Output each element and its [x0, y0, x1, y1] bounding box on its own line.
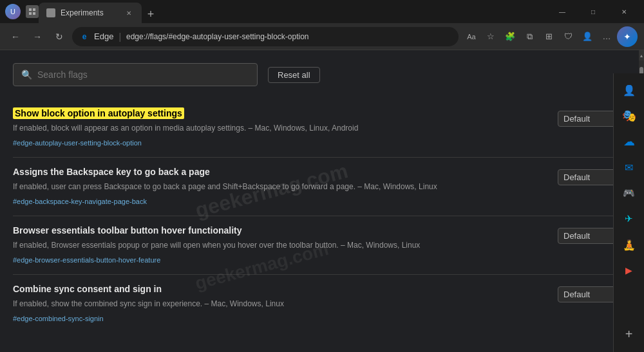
flag-item-browser-essentials: Browser essentials toolbar button hover … — [13, 216, 639, 275]
address-bar[interactable]: e Edge | edge://flags/#edge-autoplay-use… — [72, 27, 459, 46]
search-icon: 🔍 — [21, 69, 32, 80]
flag-title-sync: Combine sync consent and sign in — [13, 284, 547, 294]
browser-essentials-button[interactable]: 🛡 — [559, 28, 577, 46]
address-divider: | — [118, 32, 121, 42]
flag-title-backspace: Assigns the Backspace key to go back a p… — [13, 167, 547, 177]
flag-link-autoplay[interactable]: #edge-autoplay-user-setting-block-option — [13, 139, 142, 147]
flag-desc-sync: If enabled, show the combined sync sign … — [13, 298, 547, 310]
collections-button[interactable]: ⊞ — [540, 28, 558, 46]
maximize-button[interactable]: □ — [578, 1, 608, 22]
window-grid-button[interactable] — [26, 5, 39, 18]
flag-info-browser-essentials: Browser essentials toolbar button hover … — [13, 225, 547, 265]
sidebar-icon-games[interactable]: 🎮 — [618, 181, 641, 205]
search-input[interactable] — [37, 69, 249, 80]
svg-rect-0 — [29, 8, 32, 11]
close-button[interactable]: ✕ — [609, 1, 639, 22]
main-wrapper: 🔍 Reset all Show block option in autopla… — [0, 50, 644, 352]
address-text: edge://flags/#edge-autoplay-user-setting… — [126, 32, 309, 41]
tab-close-button[interactable]: ✕ — [124, 8, 134, 18]
extensions-button[interactable]: 🧩 — [501, 28, 519, 46]
flag-item-sync: Combine sync consent and sign in If enab… — [13, 275, 639, 333]
more-button[interactable]: … — [598, 28, 616, 46]
copilot-button[interactable]: ✦ — [617, 26, 638, 47]
svg-rect-3 — [33, 12, 35, 15]
sidebar-icon-youtube[interactable]: ▶ — [618, 259, 641, 282]
sidebar-add-button[interactable]: + — [618, 322, 641, 346]
flag-desc-backspace: If enabled, user can press Backspace to … — [13, 181, 547, 192]
flags-list: Show block option in autoplay settings I… — [13, 99, 639, 333]
search-box[interactable]: 🔍 — [13, 63, 258, 86]
tab-icon — [46, 8, 55, 17]
tab-bar: Experiments ✕ + — [39, 0, 547, 23]
flag-item-autoplay: Show block option in autoplay settings I… — [13, 99, 639, 158]
nav-bar: ← → ↻ e Edge | edge://flags/#edge-autopl… — [0, 23, 644, 50]
new-tab-button[interactable]: + — [142, 5, 160, 23]
sidebar-icon-person[interactable]: 👤 — [618, 79, 641, 102]
sidebar-icon-puppet[interactable]: 🎭 — [618, 104, 641, 127]
title-bar-left: U — [5, 4, 39, 19]
flag-link-backspace[interactable]: #edge-backspace-key-navigate-page-back — [13, 198, 147, 205]
content-area: 🔍 Reset all Show block option in autopla… — [0, 50, 639, 352]
minimize-button[interactable]: — — [547, 1, 577, 22]
refresh-button[interactable]: ↻ — [50, 28, 68, 46]
edge-logo: e — [80, 32, 89, 41]
read-mode-button[interactable]: Aa — [462, 28, 480, 46]
flag-link-browser-essentials[interactable]: #edge-browser-essentials-button-hover-fe… — [13, 256, 160, 264]
flag-item-backspace: Assigns the Backspace key to go back a p… — [13, 158, 639, 216]
flag-info-autoplay: Show block option in autoplay settings I… — [13, 108, 547, 148]
split-view-button[interactable]: ⧉ — [520, 28, 538, 46]
edge-icon: e — [82, 32, 87, 41]
nav-toolbar: Aa ☆ 🧩 ⧉ ⊞ 🛡 👤 … ✦ — [462, 26, 638, 47]
svg-rect-2 — [29, 12, 32, 15]
tab-label: Experiments — [61, 8, 104, 17]
forward-button[interactable]: → — [28, 28, 46, 46]
reset-all-button[interactable]: Reset all — [268, 67, 320, 83]
scroll-up-button[interactable]: ▲ — [639, 50, 644, 60]
search-container: 🔍 Reset all — [13, 63, 639, 86]
svg-rect-1 — [33, 8, 35, 11]
flag-title-browser-essentials: Browser essentials toolbar button hover … — [13, 225, 547, 236]
title-bar: U Experiments ✕ + — □ ✕ — [0, 0, 644, 23]
flag-desc-browser-essentials: If enabled, Browser essentials popup or … — [13, 239, 547, 251]
experiments-tab[interactable]: Experiments ✕ — [39, 3, 142, 23]
edge-label: Edge — [94, 32, 113, 41]
sidebar-icon-cloud[interactable]: ☁ — [618, 130, 641, 153]
flag-info-backspace: Assigns the Backspace key to go back a p… — [13, 167, 547, 207]
flag-info-sync: Combine sync consent and sign in If enab… — [13, 284, 547, 324]
sidebar-icon-outlook[interactable]: ✉ — [618, 156, 641, 179]
flag-title-autoplay: Show block option in autoplay settings — [13, 108, 547, 118]
favorites-button[interactable]: ☆ — [482, 28, 500, 46]
sidebar-icon-figure[interactable]: 🧘 — [618, 233, 641, 256]
right-sidebar: 👤 🎭 ☁ ✉ 🎮 ✈ 🧘 ▶ + ⊞ ⚙ — [613, 73, 644, 352]
flag-link-sync[interactable]: #edge-combined-sync-signin — [13, 315, 104, 322]
window-controls: — □ ✕ — [547, 1, 639, 22]
sidebar-grid-button[interactable]: ⊞ — [618, 348, 641, 352]
back-button[interactable]: ← — [6, 28, 24, 46]
profile-button[interactable]: 👤 — [578, 28, 596, 46]
avatar[interactable]: U — [5, 4, 21, 19]
flag-title-highlighted: Show block option in autoplay settings — [13, 107, 184, 119]
sidebar-icon-send[interactable]: ✈ — [618, 207, 641, 230]
flag-desc-autoplay: If enabled, block will appear as an opti… — [13, 122, 547, 134]
